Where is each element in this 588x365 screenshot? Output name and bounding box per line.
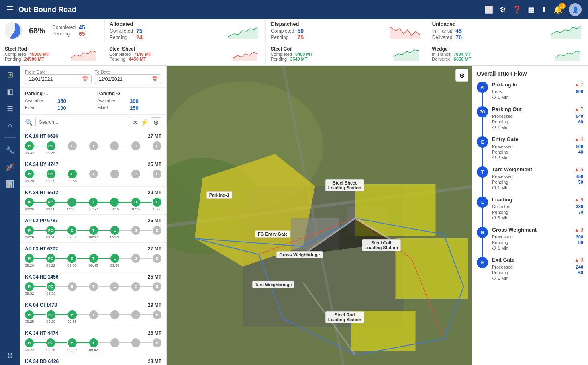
stage-node: E: [153, 338, 161, 347]
flow-stage-item: EEntry Gate▲ 4Processed500Pending40⏱ 2 M…: [477, 136, 583, 166]
p1-available-val: 350: [57, 98, 89, 104]
truck-item[interactable]: KA 19 HT 662627 MTPI09:32PO09:36ETLGE: [20, 130, 166, 158]
stage-time: 09:42: [89, 348, 98, 352]
table-icon[interactable]: ▦: [528, 5, 535, 14]
flow-key-2: Pending: [492, 240, 508, 245]
stage-node: E: [153, 198, 161, 207]
flow-alert: ▲ 0: [574, 257, 583, 263]
steel-coil-pending-label: Pending: [271, 57, 287, 62]
stage-time: 09:22: [46, 263, 55, 267]
p2-filled-label: Filled: [97, 105, 129, 111]
help-icon[interactable]: ❓: [512, 5, 521, 14]
flow-val-1: 300: [576, 234, 583, 239]
flow-row-2: Pending60: [492, 119, 583, 124]
truck-weight: 26 MT: [148, 330, 161, 336]
flow-circle: L: [477, 197, 488, 208]
stage-node: E: [68, 170, 77, 178]
stage-time: 09:58: [110, 263, 119, 267]
sidebar-icon-list[interactable]: ☰: [7, 104, 13, 113]
sidebar-icon-tool[interactable]: 🔧: [6, 146, 14, 155]
flow-stage-item: PIParking In▲ 7Entry600⏱ 1 Min: [477, 82, 583, 106]
flow-row-1: Collected380: [492, 204, 583, 209]
sidebar-icon-home[interactable]: ⌂: [8, 121, 12, 129]
map-area[interactable]: Parking-1 FG Entry Gate Gross Weighbridg…: [167, 66, 472, 365]
truck-item[interactable]: KA 34 UY 474725 MTPI09:25PO09:29E09:35TL…: [20, 158, 166, 187]
svg-marker-5: [233, 52, 257, 61]
clear-search-button[interactable]: ✕: [133, 119, 138, 126]
flow-alert: ▲ 6: [574, 197, 583, 203]
filter-button[interactable]: ⚡: [140, 119, 148, 126]
orders-pending-label: Pending: [52, 31, 70, 37]
stage-node: T: [89, 310, 98, 319]
truck-item[interactable]: KA 34 HT 447426 MTPI09:22PO09:26E09:29T0…: [20, 327, 166, 355]
bell-wrapper[interactable]: 🔔 11: [553, 5, 562, 14]
stage-node: T: [89, 141, 98, 150]
monitor-icon[interactable]: ⬜: [484, 5, 493, 14]
dispatched-sparkline: [390, 23, 422, 39]
from-date-value: 12/01/2021: [29, 76, 53, 82]
notification-count: 11: [559, 3, 566, 9]
truck-item[interactable]: AP 03 HT 620227 MTPI09:20PO09:22E09:33T0…: [20, 243, 166, 271]
flow-key-1: Processed: [492, 265, 513, 269]
sidebar-icon-settings[interactable]: ⚙: [7, 351, 13, 360]
sidebar-icon-layers[interactable]: ◧: [7, 87, 14, 96]
orders-pct: 68%: [29, 26, 45, 35]
to-date-field: To Date 12/01/2021 📅: [95, 70, 161, 84]
stage-time: 09:35: [67, 207, 77, 211]
flow-val-1: 240: [576, 265, 583, 269]
clock-icon: ⏱: [492, 215, 496, 220]
parking-info: Parking -1 Available 350 Filled 100 Park…: [20, 88, 166, 115]
clock-icon: ⏱: [492, 95, 496, 100]
wedge-delivered-label: Delivered: [432, 57, 450, 62]
flow-alert: ▲ 5: [574, 167, 583, 172]
nav-icons: ⬜ ⚙ ❓ ▦ ⬆ 🔔 11 👤: [484, 3, 582, 16]
flow-content: Entry Gate▲ 4Processed500Pending40⏱ 2 Mi…: [492, 136, 583, 166]
truck-item[interactable]: KA 34 DD 642628 MTPI09:22PO09:26E09:32T0…: [20, 355, 166, 365]
stage-time: 09:52: [89, 207, 98, 211]
stage-time: 09:22: [25, 348, 34, 352]
map-label-gross: Gross Weighbridge: [276, 251, 323, 258]
sidebar-icon-chart[interactable]: 📊: [6, 180, 14, 189]
stage-time: 09:29: [67, 348, 77, 352]
map-label-steel-coil: Steel CoilLoading Station: [362, 239, 401, 251]
stage-node: G: [131, 310, 140, 319]
flow-val-2: 50: [578, 180, 583, 185]
truck-item[interactable]: KA 04 OI 147829 MTPI09:25PO09:29E09:35TL…: [20, 299, 166, 327]
stage-node: G: [131, 141, 140, 150]
truck-item[interactable]: KA 34 HT 661229 MTPI09:25PO09:28E09:35T0…: [20, 187, 166, 215]
sidebar-icon-rocket[interactable]: 🚀: [6, 163, 14, 172]
flow-time: ⏱ 1 Min: [492, 276, 583, 281]
flow-stage-item: GGross Weighment▲ 8Processed300Pending80…: [477, 227, 583, 257]
flow-row-2: Pending60: [492, 270, 583, 275]
flow-row-1: Processed300: [492, 234, 583, 239]
unloaded-delivered-val: 70: [455, 34, 462, 41]
flow-key-1: Entry: [492, 89, 502, 94]
dispatched-completed-val: 50: [297, 28, 304, 34]
sidebar-icon-grid[interactable]: ⊞: [7, 70, 13, 79]
layer-button[interactable]: ⊕: [455, 69, 468, 82]
steel-rod-pending-label: Pending: [5, 57, 21, 62]
stat-unloaded: Unloaded In-Transit45 Delivered70: [427, 19, 588, 42]
user-avatar[interactable]: 👤: [569, 3, 582, 16]
stage-node: PI: [25, 282, 34, 291]
flow-val-2: 60: [578, 270, 583, 275]
flow-stage-name: Exit Gate: [492, 257, 514, 263]
layer-toggle-button[interactable]: ⊕: [151, 117, 161, 127]
search-input[interactable]: [35, 117, 130, 127]
from-date-input[interactable]: 12/01/2021 📅: [25, 74, 92, 84]
p1-available-label: Available: [25, 98, 57, 104]
stage-node: L: [110, 141, 119, 150]
stage-time: 09:42: [89, 235, 98, 239]
steel-coil-completed-label: Completed: [271, 52, 292, 57]
upload-icon[interactable]: ⬆: [541, 5, 547, 14]
truck-item[interactable]: AP 02 PP 678726 MTPI09:26PO09:28E09:32T0…: [20, 215, 166, 243]
settings-icon[interactable]: ⚙: [500, 5, 506, 14]
stage-node: PO: [47, 310, 55, 319]
stage-node: PO: [47, 170, 55, 178]
orders-completed-label: Completed: [52, 25, 76, 30]
flow-line: [482, 238, 483, 257]
truck-item[interactable]: KA 34 HE 145625 MTPI09:32PO09:36ETLGE: [20, 271, 166, 299]
to-date-input[interactable]: 12/01/2021 📅: [95, 74, 161, 84]
truck-weight: 29 MT: [148, 190, 161, 195]
hamburger-icon[interactable]: ☰: [6, 5, 14, 14]
